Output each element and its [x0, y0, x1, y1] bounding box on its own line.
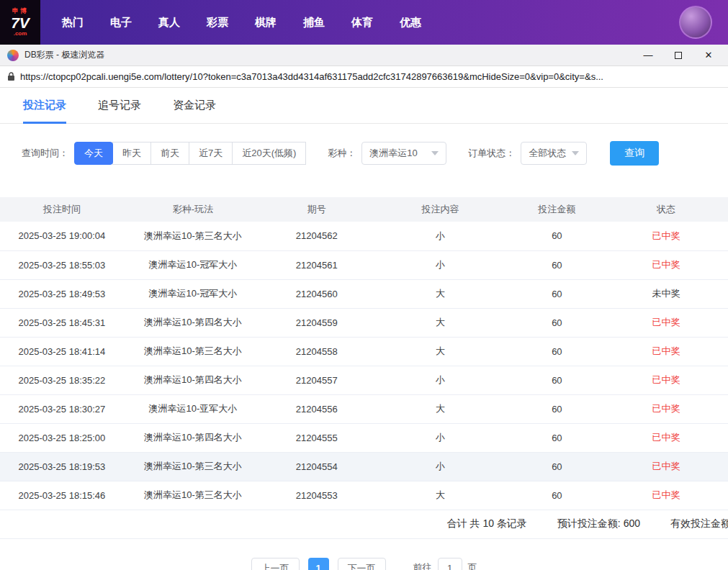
- summary-valid-amount: 有效投注金额: [670, 517, 728, 530]
- cell-amount: 60: [510, 222, 604, 250]
- pagination: 上一页 1 下一页 前往 页: [0, 539, 728, 570]
- cell-content: 小: [372, 222, 510, 250]
- cell-play: 澳洲幸运10-第三名大小: [124, 337, 262, 366]
- time-filter-1[interactable]: 昨天: [112, 142, 151, 165]
- lock-icon: [7, 72, 15, 81]
- next-page-button[interactable]: 下一页: [338, 558, 386, 570]
- time-filter-4[interactable]: 近20天(低频): [232, 142, 306, 165]
- time-filter-group: 今天昨天前天近7天近20天(低频): [74, 142, 306, 165]
- cell-status: 已中奖: [604, 394, 728, 423]
- table-row: 2025-03-25 18:49:53澳洲幸运10-冠军大小21204560大6…: [0, 279, 728, 308]
- cell-play: 澳洲幸运10-冠军大小: [124, 279, 262, 308]
- browser-app-icon: [7, 50, 19, 61]
- nav-item-1[interactable]: 电子: [110, 16, 132, 30]
- prev-page-button[interactable]: 上一页: [251, 558, 300, 570]
- site-top-nav: 申博 7V .com 热门电子真人彩票棋牌捕鱼体育优惠: [0, 0, 728, 45]
- window-title: DB彩票 - 极速浏览器: [24, 49, 104, 61]
- table-row: 2025-03-25 18:41:14澳洲幸运10-第三名大小21204558大…: [0, 337, 728, 366]
- cell-amount: 60: [510, 250, 604, 279]
- logo-text-com: .com: [14, 31, 27, 37]
- cell-amount: 60: [510, 337, 604, 366]
- status-select-value: 全部状态: [529, 147, 566, 160]
- cell-issue: 21204561: [262, 250, 372, 279]
- close-button[interactable]: ✕: [693, 45, 724, 65]
- nav-item-0[interactable]: 热门: [62, 16, 84, 30]
- tab-1[interactable]: 追号记录: [98, 99, 141, 123]
- query-time-label: 查询时间：: [22, 147, 68, 160]
- goto-suffix: 页: [468, 561, 477, 570]
- cell-content: 小: [372, 250, 510, 279]
- tab-0[interactable]: 投注记录: [23, 99, 66, 124]
- nav-item-6[interactable]: 体育: [351, 16, 373, 30]
- goto-label: 前往: [413, 561, 432, 570]
- cell-play: 澳洲幸运10-冠军大小: [124, 250, 262, 279]
- column-header-1: 彩种-玩法: [124, 197, 262, 222]
- address-bar[interactable]: https://ctopcp02pcali.uengi5e.com/lotter…: [0, 66, 728, 88]
- lottery-label: 彩种：: [328, 147, 356, 160]
- site-logo[interactable]: 申博 7V .com: [0, 0, 40, 45]
- nav-item-5[interactable]: 捕鱼: [303, 16, 325, 30]
- table-row: 2025-03-25 18:15:46澳洲幸运10-第三名大小21204553大…: [0, 481, 728, 510]
- lottery-select[interactable]: 澳洲幸运10: [361, 142, 446, 165]
- cell-amount: 60: [510, 366, 604, 394]
- cell-content: 小: [372, 452, 510, 481]
- cell-amount: 60: [510, 452, 604, 481]
- nav-item-3[interactable]: 彩票: [207, 16, 228, 30]
- cell-issue: 21204562: [262, 222, 372, 250]
- summary-expected-amount: 预计投注金额: 600: [557, 517, 640, 530]
- nav-item-4[interactable]: 棋牌: [255, 16, 277, 30]
- maximize-button[interactable]: [663, 45, 693, 65]
- column-header-0: 投注时间: [0, 197, 124, 222]
- cell-issue: 21204559: [262, 308, 372, 337]
- column-header-5: 状态: [604, 197, 728, 222]
- cell-content: 大: [372, 308, 510, 337]
- cell-status: 已中奖: [604, 222, 728, 250]
- bet-records-table: 投注时间彩种-玩法期号投注内容投注金额状态 2025-03-25 19:00:0…: [0, 197, 728, 510]
- cell-status: 已中奖: [604, 481, 728, 510]
- time-filter-0[interactable]: 今天: [74, 142, 113, 165]
- browser-titlebar: DB彩票 - 极速浏览器 — ✕: [0, 45, 728, 66]
- cell-issue: 21204554: [262, 452, 372, 481]
- time-filter-2[interactable]: 前天: [150, 142, 189, 165]
- summary-total: 合计 共 10 条记录: [447, 517, 527, 530]
- cell-status: 已中奖: [604, 308, 728, 337]
- cell-play: 澳洲幸运10-第四名大小: [124, 308, 262, 337]
- cell-content: 大: [372, 394, 510, 423]
- table-row: 2025-03-25 18:55:03澳洲幸运10-冠军大小21204561小6…: [0, 250, 728, 279]
- nav-item-7[interactable]: 优惠: [400, 16, 421, 30]
- table-header: 投注时间彩种-玩法期号投注内容投注金额状态: [0, 197, 728, 222]
- cell-content: 小: [372, 423, 510, 452]
- maximize-icon: [675, 52, 682, 59]
- cell-time: 2025-03-25 18:15:46: [0, 481, 124, 510]
- nav-item-2[interactable]: 真人: [158, 16, 180, 30]
- status-select[interactable]: 全部状态: [521, 142, 587, 165]
- table-row: 2025-03-25 18:45:31澳洲幸运10-第四名大小21204559大…: [0, 308, 728, 337]
- cell-play: 澳洲幸运10-亚军大小: [124, 394, 262, 423]
- page-number-1[interactable]: 1: [308, 558, 329, 570]
- query-button[interactable]: 查询: [610, 141, 659, 166]
- cell-status: 已中奖: [604, 250, 728, 279]
- tab-2[interactable]: 资金记录: [173, 99, 216, 123]
- cell-time: 2025-03-25 18:41:14: [0, 337, 124, 366]
- column-header-4: 投注金额: [510, 197, 604, 222]
- window-controls: — ✕: [633, 45, 724, 65]
- goto-page-input[interactable]: [438, 558, 462, 570]
- cell-time: 2025-03-25 18:49:53: [0, 279, 124, 308]
- record-tabs: 投注记录追号记录资金记录: [0, 88, 728, 124]
- cell-issue: 21204556: [262, 394, 372, 423]
- cell-time: 2025-03-25 18:55:03: [0, 250, 124, 279]
- url-text[interactable]: https://ctopcp02pcali.uengi5e.com/lotter…: [20, 71, 603, 82]
- table-row: 2025-03-25 19:00:04澳洲幸运10-第三名大小21204562小…: [0, 222, 728, 250]
- time-filter-3[interactable]: 近7天: [189, 142, 233, 165]
- column-header-2: 期号: [262, 197, 372, 222]
- user-avatar[interactable]: [679, 6, 712, 39]
- minimize-button[interactable]: —: [633, 45, 663, 65]
- table-row: 2025-03-25 18:25:00澳洲幸运10-第四名大小21204555小…: [0, 423, 728, 452]
- cell-issue: 21204558: [262, 337, 372, 366]
- summary-bar: 合计 共 10 条记录 预计投注金额: 600 有效投注金额: [0, 510, 728, 539]
- cell-amount: 60: [510, 423, 604, 452]
- cell-play: 澳洲幸运10-第三名大小: [124, 222, 262, 250]
- cell-issue: 21204553: [262, 481, 372, 510]
- cell-play: 澳洲幸运10-第四名大小: [124, 423, 262, 452]
- filter-bar: 查询时间： 今天昨天前天近7天近20天(低频) 彩种： 澳洲幸运10 订单状态：…: [0, 124, 728, 178]
